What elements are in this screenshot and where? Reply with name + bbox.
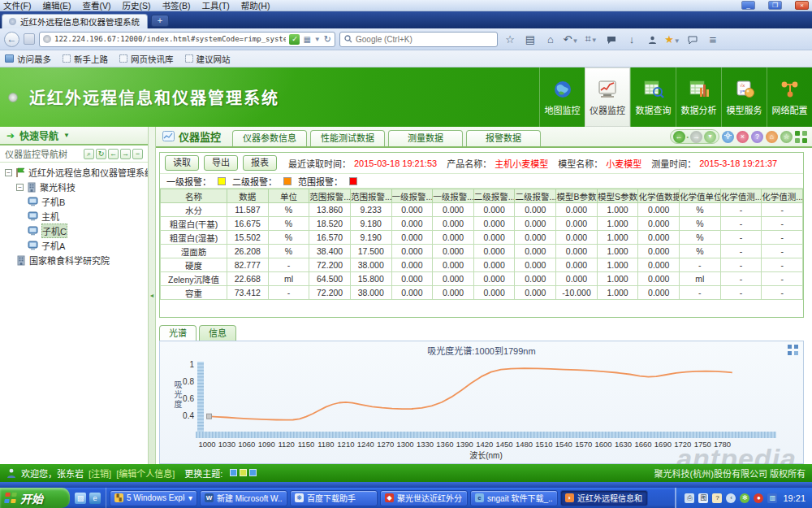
toolbar-button[interactable]: 报表 [243, 155, 277, 171]
module-tab[interactable]: 测量数据 [388, 130, 463, 146]
window-maximize-button[interactable]: ❐ [768, 1, 782, 10]
favorite-page-icon[interactable]: ☆ [780, 131, 793, 143]
browser-tab[interactable]: 近红外远程信息和仪器管理系统 [2, 14, 148, 28]
header-nav-item[interactable]: 地图监控 [539, 67, 585, 127]
menu-item[interactable]: 编辑(E) [42, 0, 71, 11]
header-nav-item[interactable]: 仪器监控 [585, 67, 630, 127]
bookmark-page-icon[interactable] [24, 33, 35, 45]
url-text[interactable]: 122.224.196.67:12000/index.html#systemCo… [54, 35, 286, 43]
antivirus-tray-icon[interactable]: ● [754, 493, 763, 503]
help-tray-icon[interactable]: ? [712, 493, 722, 503]
menu-item[interactable]: 书签(B) [162, 0, 190, 11]
fullscreen-expand-icon[interactable] [795, 131, 807, 143]
tree-refresh-icon[interactable]: ↻ [96, 149, 106, 159]
star-bookmark-icon[interactable]: ☆ [502, 33, 518, 46]
show-desktop-icon[interactable]: ▨ [75, 493, 86, 504]
edit-profile-link[interactable]: [编辑个人信息] [116, 467, 175, 480]
quick-nav-bar[interactable]: ➔ 快速导航 ▼ [0, 127, 148, 145]
url-dropdown-icon[interactable]: ▼ [314, 36, 321, 43]
tree-collapse-icon[interactable]: − [132, 149, 143, 159]
page-back-icon[interactable]: ← [673, 131, 685, 143]
table-row[interactable]: 硬度82.777-72.20038.0000.0000.0000.0000.00… [161, 258, 803, 272]
menu-item[interactable]: 文件(F) [3, 0, 31, 11]
bookmark-item[interactable]: 网页快讯库 [119, 53, 174, 65]
tree-expander-icon[interactable]: − [5, 169, 12, 176]
theme-swatch[interactable] [240, 469, 247, 476]
column-header[interactable]: 模型B参数 [556, 189, 598, 203]
bookmark-item[interactable]: 新手上路 [63, 53, 108, 65]
qr-code-icon[interactable]: ▦ [303, 35, 310, 44]
column-header[interactable]: 一级报警... [391, 189, 433, 203]
spectrum-tab[interactable]: 信息 [199, 325, 236, 341]
home-icon[interactable]: ⌂ [542, 33, 559, 46]
menu-item[interactable]: 帮助(H) [241, 0, 270, 11]
header-nav-item[interactable]: 数据查询 [630, 67, 676, 127]
screenshot-crop-icon[interactable]: ⌗▼ [583, 33, 599, 46]
new-tab-button[interactable]: + [151, 15, 169, 27]
favorites-badge-icon[interactable]: ★▼ [664, 33, 680, 46]
download-icon[interactable]: ↓ [624, 33, 640, 46]
table-row[interactable]: 容重73.412-72.20038.0000.0000.0000.0000.00… [161, 286, 803, 300]
taskbar-button[interactable]: ◆聚光世达近红外分... [380, 490, 468, 506]
window-close-button[interactable]: × [795, 1, 809, 10]
column-header[interactable]: 单位 [268, 189, 309, 203]
tree-next-icon[interactable]: → [120, 149, 131, 159]
tree-expander-icon[interactable]: − [16, 184, 24, 191]
url-bar[interactable]: 122.224.196.67:12000/index.html#systemCo… [39, 32, 335, 47]
tree-node[interactable]: 主机 [0, 209, 148, 224]
feedback-icon[interactable] [685, 33, 701, 46]
module-tab[interactable]: 仪器参数信息 [232, 130, 307, 146]
table-row[interactable]: 粗蛋白(干基)16.675%18.5209.1800.0000.0000.000… [161, 217, 803, 231]
reload-icon[interactable]: ↻ [324, 34, 331, 45]
table-row[interactable]: 湿面筋26.208%38.40017.5000.0000.0000.0000.0… [161, 245, 803, 258]
taskbar-button[interactable]: ▚5 Windows Explorer▾ [110, 490, 197, 506]
tree-node[interactable]: 子机A [0, 238, 148, 253]
clipboard-icon[interactable]: ▤ [522, 33, 538, 46]
header-nav-item[interactable]: 数据分析 [676, 67, 721, 127]
help-icon[interactable]: ? [751, 131, 763, 143]
search-bar[interactable] [339, 32, 498, 47]
tree-node[interactable]: 子机B [0, 194, 148, 209]
table-row[interactable]: Zeleny沉降值22.668ml64.50015.8000.0000.0000… [161, 272, 803, 286]
column-header[interactable]: 二级报警... [473, 189, 515, 203]
update-tray-icon[interactable]: ✻ [740, 493, 749, 503]
menu-item[interactable]: 工具(T) [201, 0, 229, 11]
module-tab[interactable]: 性能测试数据 [310, 130, 385, 146]
column-header[interactable]: 化学值测... [762, 189, 803, 203]
header-nav-item[interactable]: 网络配置 [767, 67, 812, 127]
column-header[interactable]: 模型S参数 [597, 189, 638, 203]
sidebar-collapse-handle[interactable]: ◄ [149, 127, 156, 464]
column-header[interactable]: 一级报警... [433, 189, 474, 203]
tree-node[interactable]: −聚光科技 [0, 180, 148, 194]
toolbar-button[interactable]: 读取 [165, 155, 199, 171]
security-shield-icon[interactable]: ✓ [289, 34, 300, 45]
network-tray-icon[interactable]: ▥ [767, 493, 777, 503]
column-header[interactable]: 化学值单位 [680, 189, 721, 203]
start-button[interactable]: 开始 [0, 488, 70, 508]
taskbar-button[interactable]: ◗近红外远程信息和... [560, 490, 648, 506]
column-header[interactable]: 范围报警... [350, 189, 391, 203]
tree-node[interactable]: 子机C [0, 224, 148, 238]
close-panel-icon[interactable]: × [736, 131, 749, 143]
chat-icon[interactable] [603, 33, 620, 46]
column-header[interactable]: 化学值数据 [638, 189, 680, 203]
toolbar-button[interactable]: 导出 [204, 155, 238, 171]
column-header[interactable]: 化学值测... [720, 189, 762, 203]
taskbar-button[interactable]: W新建 Microsoft W... [200, 490, 287, 506]
header-nav-item[interactable]: √xy=模型服务 [721, 67, 767, 127]
tree-prev-icon[interactable]: ← [108, 149, 119, 159]
page-forward-icon[interactable]: → [690, 131, 702, 143]
column-header[interactable]: 二级报警... [515, 189, 556, 203]
tree-node[interactable]: 国家粮食科学研究院 [0, 253, 148, 267]
table-row[interactable]: 水分11.587%13.8609.2330.0000.0000.0000.000… [161, 203, 803, 217]
spectrum-tab[interactable]: 光谱 [159, 325, 197, 341]
window-minimize-button[interactable]: _ [741, 1, 755, 10]
column-header[interactable]: 范围报警... [309, 189, 351, 203]
bookmark-item[interactable]: 访问最多 [5, 53, 51, 65]
menu-item[interactable]: 查看(V) [82, 0, 110, 11]
taskbar-button[interactable]: esngait 软件下载_... [470, 490, 558, 506]
taskbar-button[interactable]: ❋百度下载助手 [290, 490, 378, 506]
chart-export-icon[interactable] [788, 345, 798, 355]
person-icon[interactable] [644, 33, 660, 46]
input-method-icon[interactable]: 图 [698, 493, 708, 503]
